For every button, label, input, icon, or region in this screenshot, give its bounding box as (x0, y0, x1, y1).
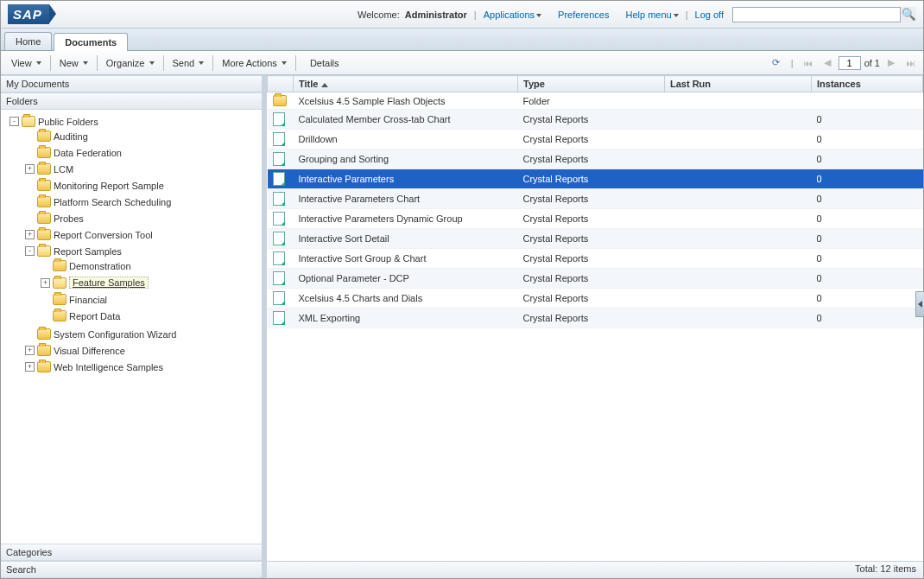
tree-node[interactable]: Platform Search Scheduling (23, 195, 262, 208)
folder-icon (37, 345, 51, 356)
logoff-link[interactable]: Log off (695, 10, 724, 20)
tree-node[interactable]: +Web Intelligence Samples (23, 360, 262, 373)
cell-title: Calculated Member Cross-tab Chart (294, 110, 518, 130)
table-row[interactable]: Calculated Member Cross-tab ChartCrystal… (268, 110, 923, 130)
first-page-button[interactable]: ⏮ (801, 55, 816, 71)
table-row[interactable]: Xcelsius 4.5 Charts and DialsCrystal Rep… (268, 289, 923, 309)
tree-node[interactable]: System Configuration Wizard (23, 328, 262, 340)
folder-icon (37, 180, 51, 191)
more-actions-menu[interactable]: More Actions (217, 55, 292, 71)
cell-lastrun (665, 289, 812, 309)
refresh-button[interactable]: ⟳ (769, 55, 784, 71)
tree-node[interactable]: Data Federation (23, 146, 262, 159)
cell-title: Drilldown (294, 130, 518, 150)
new-menu[interactable]: New (54, 55, 93, 71)
table-row[interactable]: DrilldownCrystal Reports0 (268, 130, 923, 150)
cell-title: Interactive Sort Group & Chart (294, 249, 518, 269)
tree-node-label: Demonstration (69, 261, 131, 271)
view-menu[interactable]: View (6, 55, 47, 71)
panel-folders[interactable]: Folders (1, 92, 262, 110)
next-page-button[interactable]: ▶ (883, 55, 899, 71)
tree-node[interactable]: -Report Samples (23, 245, 262, 258)
cell-type: Crystal Reports (518, 169, 665, 189)
panel-search[interactable]: Search (1, 561, 262, 578)
tree-node[interactable]: Report Data (39, 309, 262, 322)
tree-node[interactable]: +Feature Samples (39, 276, 262, 290)
preferences-link[interactable]: Preferences (558, 10, 609, 20)
table-row[interactable]: Optional Parameter - DCPCrystal Reports0 (268, 269, 923, 289)
tree-node[interactable]: Auditing (23, 130, 262, 143)
tab-documents[interactable]: Documents (54, 33, 128, 51)
tree-node[interactable]: Probes (23, 212, 262, 225)
chevron-down-icon (674, 14, 679, 17)
welcome-label: Welcome: (358, 10, 400, 20)
col-type[interactable]: Type (518, 76, 665, 92)
cell-title: Interactive Parameters (294, 169, 518, 189)
tree-node-label: Auditing (54, 131, 88, 142)
applications-menu[interactable]: Applications (484, 10, 541, 20)
expand-icon[interactable]: + (25, 362, 35, 372)
table-row[interactable]: Interactive Sort Group & ChartCrystal Re… (268, 249, 923, 269)
cell-instances (812, 92, 923, 110)
search-button[interactable]: 🔍 (901, 7, 916, 22)
organize-menu[interactable]: Organize (101, 55, 160, 71)
report-icon (273, 192, 285, 206)
cell-lastrun (665, 169, 812, 189)
cell-lastrun (665, 92, 812, 110)
expand-icon[interactable]: + (25, 346, 35, 355)
tree-node[interactable]: Financial (39, 293, 262, 306)
table-row[interactable]: Xcelsius 4.5 Sample Flash ObjectsFolder (268, 92, 923, 110)
cell-title: Xcelsius 4.5 Sample Flash Objects (294, 92, 518, 110)
cell-lastrun (665, 269, 812, 289)
cell-lastrun (665, 249, 812, 269)
details-button[interactable]: Details (305, 55, 345, 71)
panel-collapse-handle[interactable] (915, 291, 924, 317)
col-instances[interactable]: Instances (812, 76, 923, 92)
tree-node-public-folders[interactable]: - Public Folders (8, 115, 262, 128)
expand-icon[interactable]: + (41, 278, 50, 288)
cell-instances: 0 (812, 209, 923, 229)
folder-icon (37, 163, 51, 175)
search-input[interactable] (732, 7, 901, 22)
table-row[interactable]: Interactive Sort DetailCrystal Reports0 (268, 229, 923, 249)
expand-icon[interactable]: + (25, 230, 35, 239)
cell-type: Folder (518, 92, 665, 110)
tree-node[interactable]: Demonstration (39, 259, 262, 272)
main-tabs: Home Documents (1, 29, 923, 51)
col-title[interactable]: Title (294, 76, 518, 92)
folder-icon (53, 310, 66, 321)
prev-page-button[interactable]: ◀ (820, 55, 835, 71)
chevron-down-icon (536, 14, 541, 17)
table-row[interactable]: Grouping and SortingCrystal Reports0 (268, 150, 923, 169)
table-row[interactable]: Interactive Parameters Dynamic GroupCrys… (268, 209, 923, 229)
page-input[interactable] (839, 56, 861, 70)
panel-categories[interactable]: Categories (1, 544, 262, 561)
tree-node-label: Data Federation (54, 148, 122, 158)
tree-node[interactable]: +Report Conversion Tool (23, 228, 262, 241)
cell-type: Crystal Reports (518, 110, 665, 130)
folder-icon (37, 361, 51, 372)
cell-lastrun (665, 209, 812, 229)
collapse-icon[interactable]: - (9, 117, 19, 126)
panel-my-documents[interactable]: My Documents (1, 75, 262, 92)
tree-node[interactable]: +Visual Difference (23, 344, 262, 357)
col-icon[interactable] (268, 76, 294, 92)
collapse-icon[interactable]: - (25, 246, 35, 256)
sort-asc-icon (321, 83, 328, 87)
folder-icon (53, 260, 66, 271)
help-menu[interactable]: Help menu (625, 10, 678, 20)
cell-instances: 0 (812, 130, 923, 150)
tab-home[interactable]: Home (4, 32, 52, 50)
cell-type: Crystal Reports (518, 130, 665, 150)
cell-title: Grouping and Sorting (294, 150, 518, 169)
last-page-button[interactable]: ⏭ (902, 55, 918, 71)
send-menu[interactable]: Send (168, 55, 210, 71)
tree-node-label: Financial (69, 295, 107, 305)
table-row[interactable]: XML ExportingCrystal Reports0 (268, 309, 923, 328)
table-row[interactable]: Interactive ParametersCrystal Reports0 (268, 169, 923, 189)
table-row[interactable]: Interactive Parameters ChartCrystal Repo… (268, 189, 923, 209)
col-lastrun[interactable]: Last Run (665, 76, 812, 92)
tree-node[interactable]: +LCM (23, 162, 262, 175)
expand-icon[interactable]: + (25, 164, 35, 174)
tree-node[interactable]: Monitoring Report Sample (23, 179, 262, 192)
